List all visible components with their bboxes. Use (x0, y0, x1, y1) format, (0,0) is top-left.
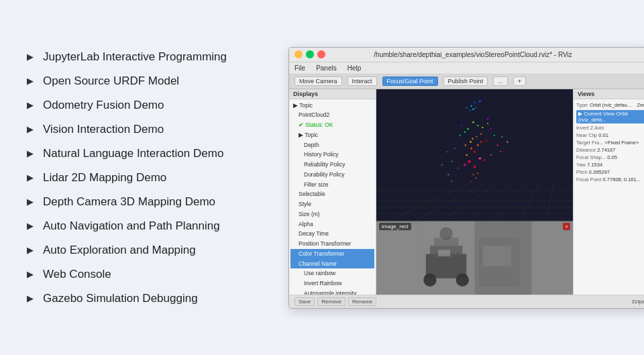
image-panel-close[interactable]: × (563, 223, 570, 230)
close-btn[interactable] (317, 50, 325, 58)
list-item-urdf[interactable]: ▶Open Source URDF Model (20, 69, 288, 93)
svg-rect-78 (483, 246, 511, 266)
list-item-depth[interactable]: ▶Depth Camera 3D Mapping Demo (20, 190, 288, 214)
svg-point-23 (467, 128, 469, 130)
focus-camera-btn[interactable]: Focus/Goal Point (382, 77, 438, 86)
rviz-tree-item[interactable]: Style (290, 199, 374, 209)
svg-point-55 (506, 141, 508, 142)
rate-btn[interactable]: + (513, 77, 526, 86)
rviz-3d-view[interactable] (376, 89, 573, 221)
camera-image (376, 221, 573, 295)
svg-point-54 (441, 164, 443, 165)
svg-point-64 (447, 151, 448, 152)
list-item-label: Open Source URDF Model (43, 74, 179, 88)
interact-btn[interactable]: Interact (347, 77, 377, 86)
views-prop-label: Distance (576, 147, 597, 153)
displays-title: Displays (289, 89, 376, 99)
svg-point-36 (468, 160, 471, 162)
rviz-tree-item[interactable]: PointCloud2 (290, 110, 374, 120)
svg-point-30 (470, 147, 472, 149)
svg-point-32 (474, 150, 476, 152)
move-camera-btn[interactable]: Move Camera (294, 77, 342, 86)
extras-btn[interactable]: ... (493, 77, 508, 86)
svg-point-47 (494, 134, 495, 136)
menu-help[interactable]: Help (347, 64, 362, 72)
rviz-tree-item[interactable]: Reliability Policy (290, 160, 374, 170)
svg-point-29 (460, 134, 462, 136)
publish-point-btn[interactable]: Publish Point (443, 77, 488, 86)
list-item-autoexplore[interactable]: ▶Auto Exploration and Mapping (20, 238, 288, 262)
rviz-tree-item[interactable]: Decay Time (290, 229, 374, 239)
current-view-item[interactable]: ▶ Current View Orbit (rviz_defa... (576, 110, 644, 123)
rviz-tree[interactable]: ▶ TopicPointCloud2✔ Status: OK▶ TopicDep… (289, 99, 376, 295)
rviz-tree-item[interactable]: Depth (290, 140, 374, 150)
window-buttons (294, 50, 325, 58)
rviz-tree-item[interactable]: Position Transformer (290, 239, 374, 249)
menu-panels[interactable]: Panels (316, 64, 337, 72)
arrow-icon: ▶ (27, 124, 34, 134)
views-prop-label: Invert Z Axis (576, 125, 604, 131)
rviz-bottom-bar: Save Remove Rename 31fps (289, 295, 644, 308)
rviz-tree-item[interactable]: Durability Policy (290, 170, 374, 180)
save-btn[interactable]: Save (294, 297, 315, 306)
views-prop-row: Target Fra... <Fixed Frame> (576, 140, 644, 146)
svg-point-17 (477, 103, 478, 104)
list-item-label: Depth Camera 3D Mapping Demo (43, 195, 215, 209)
screenshot-panel: /humble/share/depthiai_examples/vioStere… (288, 47, 644, 309)
svg-point-33 (480, 141, 482, 143)
rviz-tree-item[interactable]: Channel Name (290, 259, 374, 269)
rviz-views-panel: Views Type:Orbit (rviz_defau...Zero▶ Cur… (573, 89, 644, 295)
views-prop-label: Near Clip (576, 132, 598, 138)
svg-point-31 (477, 144, 479, 146)
svg-point-52 (447, 174, 449, 176)
list-item-gazebo[interactable]: ▶Gazebo Simulation Debugging (20, 287, 288, 311)
svg-point-24 (477, 124, 478, 125)
svg-point-48 (451, 160, 452, 162)
svg-point-39 (464, 163, 466, 165)
minimize-btn[interactable] (294, 50, 303, 58)
svg-point-25 (472, 121, 474, 123)
views-prop-row: Yaw 7.1534 (576, 162, 644, 168)
list-item-lidar[interactable]: ▶Lidar 2D Mapping Demo (20, 166, 288, 190)
rviz-tree-item[interactable]: ✔ Status: OK (290, 120, 374, 130)
remove-btn[interactable]: Remove (317, 297, 345, 306)
svg-point-28 (487, 123, 488, 124)
rviz-tree-item[interactable]: Alpha (290, 219, 374, 230)
rviz-tree-item[interactable]: Invert Rainbow (290, 278, 374, 289)
views-zero-btn[interactable]: Zero (637, 102, 644, 108)
list-item-jupyterlab[interactable]: ▶JupyterLab Interactive Programming (20, 45, 288, 69)
svg-point-66 (451, 181, 452, 182)
rviz-tree-item[interactable]: ▶ Topic (290, 130, 374, 140)
list-item-odometry[interactable]: ▶Odometry Fusion Demo (20, 93, 288, 117)
list-item-label: Natural Language Interaction Demo (43, 147, 223, 160)
rviz-tree-item[interactable]: Autosample intensity bounds (290, 289, 374, 295)
svg-point-61 (487, 118, 489, 120)
arrow-icon: ▶ (27, 148, 34, 158)
rviz-tree-item[interactable]: Filter size (290, 180, 374, 190)
rename-btn[interactable]: Rename (348, 297, 376, 306)
views-prop-label: Pitch (576, 169, 589, 175)
list-item-vision[interactable]: ▶Vision Interaction Demo (20, 117, 288, 142)
svg-point-38 (473, 165, 476, 168)
list-item-webconsole[interactable]: ▶Web Console (20, 262, 288, 287)
rviz-tree-item[interactable]: History Policy (290, 150, 374, 160)
svg-point-53 (500, 151, 501, 152)
rviz-displays-panel: Displays ▶ TopicPointCloud2✔ Status: OK▶… (289, 89, 376, 295)
rviz-tree-item[interactable]: Color Transformer (290, 249, 374, 259)
arrow-icon: ▶ (27, 221, 34, 231)
menu-file[interactable]: File (294, 64, 305, 72)
list-item-nlp[interactable]: ▶Natural Language Interaction Demo (20, 142, 288, 166)
svg-point-45 (465, 144, 466, 146)
rviz-tree-item[interactable]: Selectable (290, 189, 374, 199)
main-container: ▶JupyterLab Interactive Programming▶Open… (0, 0, 644, 355)
views-prop-label: Focal Shap... (576, 154, 607, 160)
rviz-tree-item[interactable]: Size (m) (290, 209, 374, 219)
rviz-tree-item[interactable]: ▶ Topic (290, 101, 374, 111)
views-prop-row: Pitch 0.395297 (576, 169, 644, 175)
list-item-label: Odometry Fusion Demo (43, 99, 164, 112)
list-item-autonav[interactable]: ▶Auto Navigation and Path Planning (20, 214, 288, 238)
list-item-label: Gazebo Simulation Debugging (43, 292, 198, 305)
rviz-tree-item[interactable]: Use rainbow (290, 268, 374, 278)
arrow-icon: ▶ (27, 172, 34, 183)
maximize-btn[interactable] (306, 50, 314, 58)
